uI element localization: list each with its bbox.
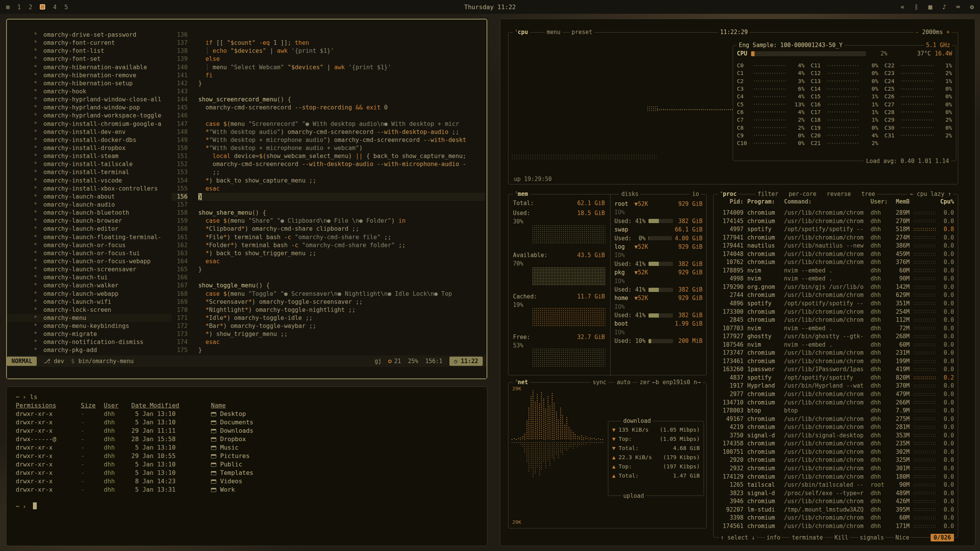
process-row[interactable]: 179441nautilus/usr/lib/nautilus --newdhh… — [717, 242, 954, 250]
proc-footer-button[interactable]: ↑ select ↓ — [719, 534, 756, 541]
code-line[interactable]: if [[ "$count" -eq 1 ]]; then — [198, 39, 485, 47]
code-line[interactable]: } — [198, 346, 485, 354]
process-row[interactable]: 177941chromium/usr/lib/chromium/chromdhh… — [717, 234, 954, 242]
file-list-item[interactable]: *omarchy-install-terminal — [7, 168, 172, 176]
terminal-window[interactable]: ~ › ls PermissionsSizeUserDate ModifiedN… — [6, 386, 487, 546]
process-list[interactable]: 174009chromium/usr/lib/chromium/chromdhh… — [717, 209, 954, 533]
file-list-item[interactable]: *omarchy-hibernation-remove — [7, 72, 172, 80]
process-row[interactable]: 10762chromium/usr/lib/chromium/chromdhh3… — [717, 258, 954, 267]
code-line[interactable]: case $(menu "Toggle" "● Screensaver\n● N… — [198, 290, 485, 298]
code-line[interactable]: *) back_to show_capture_menu ;; — [198, 177, 485, 185]
file-list-item[interactable]: *omarchy-menu — [7, 314, 172, 322]
menu-button[interactable]: menu — [545, 29, 562, 36]
file-list-item[interactable]: *omarchy-font-set — [7, 55, 172, 63]
apps-grid-icon[interactable]: ▦ — [6, 3, 10, 10]
code-line[interactable]: *Idle*) omarchy-toggle-idle ;; — [198, 314, 485, 322]
code-line[interactable]: *Screensaver*) omarchy-toggle-screensave… — [198, 298, 485, 306]
process-row[interactable]: 1265tailscal/usr/sbin/tailscaled --root9… — [717, 481, 954, 489]
code-line[interactable]: │ echo "$devices" | awk '{print $1}' — [198, 47, 485, 55]
code-line[interactable]: *"With desktop + microphone audio + webc… — [198, 144, 485, 152]
net-auto-toggle[interactable]: auto — [615, 379, 632, 386]
code-line[interactable]: *Bar*) omarchy-toggle-waybar ;; — [198, 322, 485, 330]
code-line[interactable]: esac — [198, 258, 485, 266]
bluetooth-icon[interactable]: ᛒ — [915, 3, 918, 11]
file-list-item[interactable]: *omarchy-font-list — [7, 47, 172, 55]
file-list-item[interactable]: *omarchy-install-dropbox — [7, 144, 172, 152]
process-row[interactable]: 179290org.gnom/usr/bin/gjs /usr/lib/odhh… — [717, 283, 954, 292]
code-line[interactable]: case $(menu "Share" "● Clipboard\n● File… — [198, 217, 485, 225]
code-line[interactable]: esac — [198, 338, 485, 346]
process-row[interactable]: 4896spotify/opt/spotify/spotify --dhh351… — [717, 300, 954, 308]
process-row[interactable]: 2977chromium/usr/lib/chromium/chromdhh47… — [717, 390, 954, 399]
net-interface-switcher[interactable]: ←b enp191s0 n→ — [650, 379, 702, 386]
code-line[interactable]: } — [198, 193, 485, 201]
preset-button[interactable]: preset — [570, 29, 594, 36]
process-row[interactable]: 174145chromium/usr/lib/chromium/chromdhh… — [717, 217, 954, 226]
process-row[interactable]: 107546nvimnvim --embed .dhh60M0.0 — [717, 341, 954, 349]
code-buffer[interactable]: if [[ "$count" -eq 1 ]]; then │ echo "$d… — [198, 31, 485, 355]
file-list-item[interactable]: *omarchy-install-chromium-google-a — [7, 120, 172, 128]
code-line[interactable]: show_screenrecord_menu() { — [198, 96, 485, 104]
file-list-item[interactable]: *omarchy-hyprland-workspace-toggle — [7, 112, 172, 120]
process-row[interactable]: 92207lm-studi/tmp/.mount_lmstudw3AZQdhh3… — [717, 506, 954, 514]
file-list-item[interactable]: *omarchy-launch-audio — [7, 201, 172, 209]
code-line[interactable] — [198, 88, 485, 96]
file-list-item[interactable]: *omarchy-install-vscode — [7, 177, 172, 185]
code-line[interactable]: omarchy-cmd-screenrecord --stop-recordin… — [198, 104, 485, 112]
code-line[interactable]: show_toggle_menu() { — [198, 282, 485, 290]
file-list-item[interactable]: *omarchy-launch-wifi — [7, 298, 172, 306]
proc-footer-button[interactable]: info — [765, 534, 782, 541]
process-row[interactable]: 174009chromium/usr/lib/chromium/chromdhh… — [717, 209, 954, 217]
file-list-item[interactable]: *omarchy-lock-screen — [7, 306, 172, 314]
code-line[interactable]: *Nightlight*) omarchy-toggle-nightlight … — [198, 306, 485, 314]
process-row[interactable]: 1917Hyprland/usr/bin/Hyprland --watdhh37… — [717, 382, 954, 390]
file-list-item[interactable]: *omarchy-font-current — [7, 39, 172, 47]
proc-footer-button[interactable]: signals — [858, 534, 885, 541]
process-row[interactable]: 134710chromium/usr/lib/chromium/chromdhh… — [717, 399, 954, 407]
process-row[interactable]: 2845chromium/usr/lib/chromium/chromdhh11… — [717, 316, 954, 324]
process-row[interactable]: 100751chromium/usr/lib/chromium/chromdhh… — [717, 448, 954, 456]
file-list-pane[interactable]: *omarchy-drive-set-password*omarchy-font… — [7, 31, 172, 355]
net-box-title[interactable]: ³net — [513, 379, 530, 386]
code-line[interactable]: ;; — [198, 168, 485, 176]
file-list-item[interactable]: *omarchy-hibernation-available — [7, 64, 172, 72]
file-list-item[interactable]: *omarchy-launch-screensaver — [7, 266, 172, 274]
code-line[interactable]: fi — [198, 72, 485, 80]
code-line[interactable] — [198, 112, 485, 120]
file-list-item[interactable]: *omarchy-launch-or-focus-tui — [7, 249, 172, 258]
process-row[interactable]: 174048chromium/usr/lib/chromium/chromdhh… — [717, 250, 954, 259]
file-list-item[interactable]: *omarchy-launch-walker — [7, 282, 172, 290]
process-row[interactable]: 3398chromium/usr/lib/chromium/chromdhh60… — [717, 514, 954, 522]
code-line[interactable]: local device=$(show_webcam_select_menu) … — [198, 152, 485, 160]
net-sync-toggle[interactable]: sync — [591, 379, 608, 386]
process-row[interactable]: 4219chromium/usr/lib/chromium/chromdhh28… — [717, 423, 954, 432]
code-line[interactable]: *) show_trigger_menu ;; — [198, 330, 485, 338]
settings-icon[interactable]: ⚙ — [970, 3, 974, 11]
file-list-item[interactable]: *omarchy-launch-about — [7, 193, 172, 201]
process-row[interactable]: 4837spotify/opt/spotify/spotifydhh820M0.… — [717, 374, 954, 382]
process-row[interactable]: 3750signal-d/usr/lib/signal-desktopdhh35… — [717, 432, 954, 440]
file-list-item[interactable]: *omarchy-hook — [7, 88, 172, 96]
file-list-item[interactable]: *omarchy-hyprland-window-close-all — [7, 96, 172, 104]
process-row[interactable]: 173747chromium/usr/lib/chromium/chromdhh… — [717, 349, 954, 357]
file-list-item[interactable]: *omarchy-pkg-add — [7, 346, 172, 354]
workspace-2[interactable]: 2 — [29, 3, 33, 11]
code-line[interactable] — [198, 31, 485, 39]
file-list-item[interactable]: *omarchy-drive-set-password — [7, 31, 172, 39]
process-row[interactable]: 177927ghostty/usr/bin/ghostty --gtk-dhh2… — [717, 333, 954, 341]
code-line[interactable]: *"With desktop + microphone audio") omar… — [198, 136, 485, 144]
file-list-item[interactable]: *omarchy-launch-or-focus — [7, 241, 172, 249]
code-line[interactable]: │ menu "Select Webcam" "$devices" | awk … — [198, 64, 485, 72]
code-line[interactable]: *File*) terminal bash -c "omarchy-cmd-sh… — [198, 233, 485, 241]
mem-box-title[interactable]: ²mem — [513, 191, 530, 197]
neovim-window[interactable]: *omarchy-drive-set-password*omarchy-font… — [6, 19, 487, 379]
code-line[interactable]: omarchy-cmd-screenrecord --with-desktop-… — [198, 160, 485, 168]
process-row[interactable]: 2920chromium/usr/lib/chromium/chromdhh32… — [717, 456, 954, 465]
proc-footer-button[interactable]: terminate — [790, 534, 824, 541]
file-list-item[interactable]: *omarchy-install-dev-env — [7, 128, 172, 136]
file-list-item[interactable]: *omarchy-launch-editor — [7, 225, 172, 233]
update-interval[interactable]: - 2000ms + — [913, 29, 952, 36]
process-row[interactable]: 174358chromium/usr/lib/chromium/chromdhh… — [717, 440, 954, 448]
code-line[interactable]: *"With desktop audio") omarchy-cmd-scree… — [198, 128, 485, 136]
keyboard-icon[interactable]: ⌨ — [956, 3, 960, 11]
